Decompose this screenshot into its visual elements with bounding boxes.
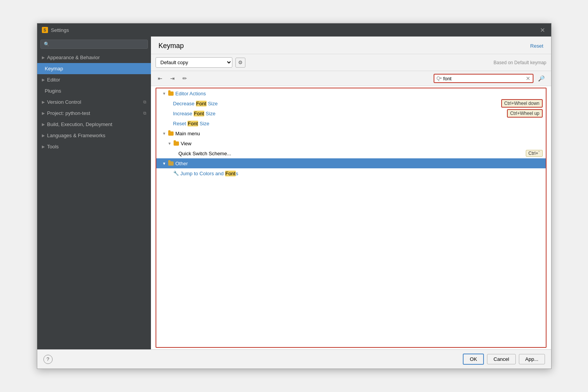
sidebar-item-project[interactable]: ▶ Project: python-test ⧉ xyxy=(37,108,151,119)
sidebar-item-label: Keymap xyxy=(45,66,63,71)
tree-item-label: Increase Font Size xyxy=(173,111,215,116)
tree-shortcut: Ctrl+Wheel up xyxy=(507,111,542,116)
tree-row-quick-switch[interactable]: Quick Switch Scheme... Ctrl+` xyxy=(156,148,546,158)
sidebar-item-label: Tools xyxy=(47,144,59,149)
ok-button[interactable]: OK xyxy=(463,354,484,365)
sidebar-item-label: Plugins xyxy=(45,88,61,94)
wrench-icon: 🔧 xyxy=(173,171,179,176)
folder-icon xyxy=(168,130,174,136)
keymap-toolbar: Default copy ⚙ Based on Default keymap xyxy=(151,54,551,71)
sidebar-item-keymap[interactable]: Keymap xyxy=(37,63,151,74)
tree-row-view[interactable]: ▼ View xyxy=(156,138,546,148)
tree-item-label: Decrease Font Size xyxy=(173,101,218,106)
sidebar-item-tools[interactable]: ▶ Tools xyxy=(37,141,151,152)
expand-arrow: ▼ xyxy=(162,161,168,166)
tree-item-label: Quick Switch Scheme... xyxy=(179,151,231,156)
expand-all-button[interactable]: ⇤ xyxy=(156,74,165,83)
title-bar: S Settings ✕ xyxy=(37,23,551,37)
arrow-icon: ▶ xyxy=(42,122,45,126)
title-bar-left: S Settings xyxy=(42,27,69,33)
sidebar-item-label: Languages & Frameworks xyxy=(47,133,106,138)
tree-shortcut: Ctrl+` xyxy=(526,151,543,156)
cancel-button[interactable]: Cancel xyxy=(487,354,515,364)
sidebar-item-label: Version Control xyxy=(47,99,81,105)
close-button[interactable]: ✕ xyxy=(539,26,547,34)
folder-icon xyxy=(173,140,179,146)
arrow-icon: ▶ xyxy=(42,78,45,82)
gear-button[interactable]: ⚙ xyxy=(235,58,245,68)
sidebar-item-appearance[interactable]: ▶ Appearance & Behavior xyxy=(37,52,151,63)
highlight-font: Font xyxy=(187,121,198,126)
expand-arrow: ▼ xyxy=(162,91,168,96)
tree-item-label: Editor Actions xyxy=(176,91,206,96)
main-panel: Keymap Reset Default copy ⚙ Based on Def… xyxy=(151,37,551,349)
copy-icon: ⧉ xyxy=(143,100,146,105)
sidebar-item-build[interactable]: ▶ Build, Execution, Deployment xyxy=(37,119,151,130)
app-icon: S xyxy=(42,27,48,33)
main-header: Keymap Reset xyxy=(151,37,551,54)
tree-row-increase-font[interactable]: Increase Font Size Ctrl+Wheel up xyxy=(156,108,546,118)
sidebar-item-label: Build, Execution, Deployment xyxy=(47,121,113,127)
search-toolbar: ⇤ ⇥ ✏ Q• ✕ 🔎 xyxy=(151,71,551,86)
tree-shortcut: Ctrl+Wheel down xyxy=(501,101,543,106)
arrow-icon: ▶ xyxy=(42,145,45,149)
sidebar-search-box[interactable]: 🔍 xyxy=(40,40,148,49)
sidebar: 🔍 ▶ Appearance & Behavior Keymap ▶ Edito… xyxy=(37,37,151,349)
edit-button[interactable]: ✏ xyxy=(180,74,189,83)
expand-arrow: ▼ xyxy=(162,131,168,136)
folder-icon xyxy=(168,90,174,96)
search-clear-button[interactable]: ✕ xyxy=(526,75,530,81)
folder-icon xyxy=(168,160,174,166)
arrow-icon: ▶ xyxy=(42,133,45,138)
search-prefix-label: Q• xyxy=(437,76,442,81)
tree-item-label: Jump to Colors and Fonts xyxy=(181,171,239,176)
apply-button[interactable]: App... xyxy=(519,354,545,364)
sidebar-item-plugins[interactable]: Plugins xyxy=(37,85,151,96)
highlight-font: Font xyxy=(196,101,207,106)
keymap-tree: ▼ Editor Actions Decrease Font Size Ctrl… xyxy=(156,88,547,348)
sidebar-item-version-control[interactable]: ▶ Version Control ⧉ xyxy=(37,96,151,108)
bottom-bar: ? OK Cancel App... xyxy=(37,349,551,369)
reset-button[interactable]: Reset xyxy=(530,43,543,49)
tree-row-main-menu[interactable]: ▼ Main menu xyxy=(156,128,546,138)
tree-item-label: Other xyxy=(176,161,188,166)
tree-row-reset-font[interactable]: Reset Font Size xyxy=(156,118,546,128)
arrow-icon: ▶ xyxy=(42,111,45,115)
find-in-list-button[interactable]: 🔎 xyxy=(537,73,547,83)
window-title: Settings xyxy=(51,27,69,33)
sidebar-item-languages[interactable]: ▶ Languages & Frameworks xyxy=(37,130,151,141)
help-button[interactable]: ? xyxy=(43,355,53,364)
highlight-font: Font xyxy=(194,111,204,116)
tree-item-label: Reset Font Size xyxy=(173,121,210,126)
settings-window: S Settings ✕ 🔍 ▶ Appearance & Behavior K… xyxy=(37,23,552,369)
keymap-select[interactable]: Default copy xyxy=(156,57,232,68)
tree-item-label: View xyxy=(181,141,192,146)
content-area: 🔍 ▶ Appearance & Behavior Keymap ▶ Edito… xyxy=(37,37,551,349)
collapse-all-button[interactable]: ⇥ xyxy=(168,74,177,83)
keymap-search-input[interactable] xyxy=(443,76,524,81)
shortcut-badge: Ctrl+Wheel up xyxy=(507,109,542,118)
sidebar-item-label: Editor xyxy=(47,77,60,83)
highlight-font: Font xyxy=(225,171,236,176)
sidebar-search-input[interactable] xyxy=(51,42,144,47)
sidebar-search-icon: 🔍 xyxy=(44,42,50,47)
arrow-icon: ▶ xyxy=(42,100,45,104)
tree-row-decrease-font[interactable]: Decrease Font Size Ctrl+Wheel down xyxy=(156,98,546,108)
based-on-text: Based on Default keymap xyxy=(494,60,546,65)
page-title: Keymap xyxy=(159,42,184,50)
arrow-icon: ▶ xyxy=(42,55,45,60)
search-field-wrapper: Q• ✕ xyxy=(434,74,533,83)
sidebar-item-label: Appearance & Behavior xyxy=(47,55,100,60)
sidebar-item-editor[interactable]: ▶ Editor xyxy=(37,74,151,85)
tree-row-jump-to-colors[interactable]: 🔧 Jump to Colors and Fonts xyxy=(156,168,546,178)
tree-row-other[interactable]: ▼ Other xyxy=(156,158,546,168)
sidebar-item-label: Project: python-test xyxy=(47,110,90,116)
tree-item-label: Main menu xyxy=(176,131,200,136)
tree-row-editor-actions[interactable]: ▼ Editor Actions xyxy=(156,88,546,98)
shortcut-badge: Ctrl+` xyxy=(526,150,543,157)
expand-arrow: ▼ xyxy=(168,141,173,146)
copy-icon: ⧉ xyxy=(143,111,146,116)
shortcut-badge: Ctrl+Wheel down xyxy=(501,99,543,108)
